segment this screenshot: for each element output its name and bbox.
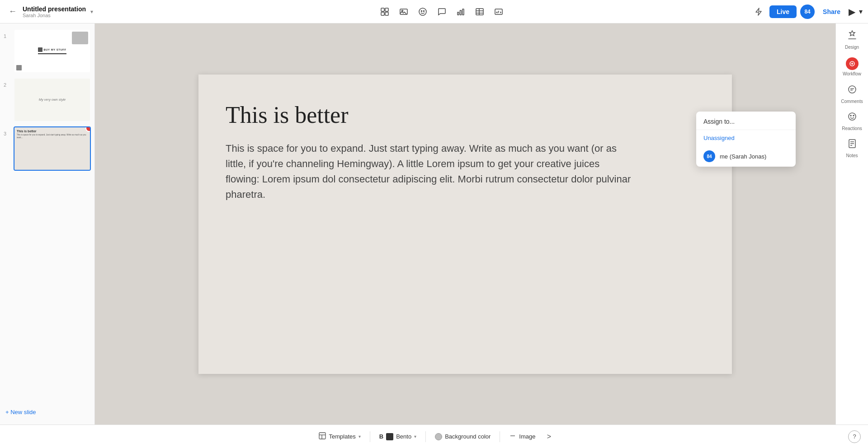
slide-canvas: This is better This is space for you to … [198,75,732,374]
assign-me-option[interactable]: 84 me (Sarah Jonas) [696,146,796,167]
user-avatar[interactable]: 84 [800,5,815,19]
templates-label: Templates [329,433,356,440]
svg-rect-0 [381,8,384,11]
header-left: ← Untitled presentation Sarah Jonas ▾ [5,5,132,19]
title-block: Untitled presentation Sarah Jonas [23,5,86,18]
live-button[interactable]: Live [769,5,797,18]
slide-item-1[interactable]: 1 BUY MY STUFF [4,29,91,73]
canvas-area: This is better This is space for you to … [95,23,835,425]
comments-icon [847,84,858,98]
svg-rect-11 [462,9,464,15]
main-area: 1 BUY MY STUFF 2 [0,23,868,425]
background-color-label: Background color [445,433,491,440]
svg-point-6 [419,8,426,15]
templates-chevron-icon: ▾ [359,434,361,439]
bento-b-icon: B [379,433,383,440]
presentation-author: Sarah Jonas [23,13,86,18]
header: ← Untitled presentation Sarah Jonas ▾ [0,0,868,23]
svg-rect-9 [458,12,459,15]
templates-button[interactable]: Templates ▾ [313,429,366,444]
bento-label: Bento [396,433,411,440]
design-icon [847,30,858,43]
templates-icon [318,432,326,442]
slide-item-3[interactable]: 3 This is better This is space for you t… [4,126,91,171]
comments-label: Comments [841,99,863,104]
share-button[interactable]: Share [818,5,845,18]
svg-point-19 [849,113,856,120]
svg-point-18 [849,86,856,93]
svg-rect-1 [385,8,388,11]
slide-number-1: 1 [4,33,10,39]
slide-title: This is better [226,102,705,128]
design-button[interactable]: Design [840,27,865,52]
assign-popup: Assign to... Unassigned 84 me (Sarah Jon… [696,112,796,167]
image-icon-bottom [509,432,516,441]
slide-thumb-2[interactable]: My very own style [14,78,91,122]
comment-button[interactable] [434,4,450,20]
bento-button[interactable]: B Bento ▾ [374,430,422,443]
svg-rect-12 [476,9,483,15]
image-label: Image [519,433,535,440]
comments-button[interactable]: Comments [840,81,865,107]
insert-button[interactable] [377,4,393,20]
notes-icon [847,138,858,152]
emoji-button[interactable] [415,4,431,20]
toolbar-divider-1 [370,431,370,442]
bottom-toolbar: Templates ▾ B Bento ▾ Background color I… [0,425,868,448]
background-color-button[interactable]: Background color [429,430,496,443]
svg-rect-3 [385,12,388,15]
assign-me-avatar: 84 [703,150,715,162]
red-dot-indicator [85,126,91,132]
assign-unassigned-option[interactable]: Unassigned [696,130,796,146]
reactions-label: Reactions [842,126,862,131]
lightning-button[interactable] [751,5,766,19]
bento-box-icon [386,433,393,440]
toolbar-expand-button[interactable]: > [542,430,555,443]
slide-thumb-3[interactable]: This is better This is space for you to … [14,126,91,171]
title-chevron-icon[interactable]: ▾ [90,9,93,15]
svg-rect-10 [460,10,462,15]
toolbar-divider-2 [425,431,426,442]
bento-chevron-icon: ▾ [414,434,416,439]
new-slide-button[interactable]: + New slide [4,405,91,419]
slide-item-2[interactable]: 2 My very own style [4,78,91,122]
embed-button[interactable] [491,4,507,20]
slide-thumb-1[interactable]: BUY MY STUFF [14,29,91,73]
slide2-label: My very own style [39,98,66,102]
workflow-button[interactable]: Workflow [840,54,865,79]
image-button-bottom[interactable]: Image [504,429,541,444]
chart-button[interactable] [453,4,469,20]
svg-rect-2 [381,12,384,15]
toolbar-divider-3 [500,431,500,442]
play-chevron-icon[interactable]: ▾ [859,7,863,16]
slides-panel: 1 BUY MY STUFF 2 [0,23,95,425]
header-right: Live 84 Share ▶ ▾ [751,5,863,19]
right-sidebar: Design Workflow Comments [835,23,868,425]
design-label: Design [845,45,859,50]
table-button[interactable] [472,4,488,20]
slide-number-3: 3 [4,131,10,136]
svg-point-20 [850,115,851,116]
notes-button[interactable]: Notes [840,135,865,161]
reactions-icon [847,111,858,125]
workflow-red-icon [846,57,859,70]
workflow-label: Workflow [843,71,861,76]
slide-number-2: 2 [4,82,10,88]
presentation-title: Untitled presentation [23,5,86,13]
help-button[interactable]: ? [848,430,861,443]
assign-me-label: me (Sarah Jonas) [720,153,766,160]
image-button[interactable] [396,4,412,20]
svg-rect-26 [319,433,326,439]
back-button[interactable]: ← [5,5,20,19]
svg-point-7 [421,10,422,11]
reactions-button[interactable]: Reactions [840,108,865,134]
notes-label: Notes [846,153,858,158]
play-button[interactable]: ▶ [849,6,855,17]
header-center [136,4,748,20]
svg-point-8 [424,10,425,11]
svg-point-21 [853,115,854,116]
slide-body: This is space for you to expand. Just st… [226,141,632,202]
assign-popup-header: Assign to... [696,112,796,130]
background-color-swatch [435,433,442,440]
